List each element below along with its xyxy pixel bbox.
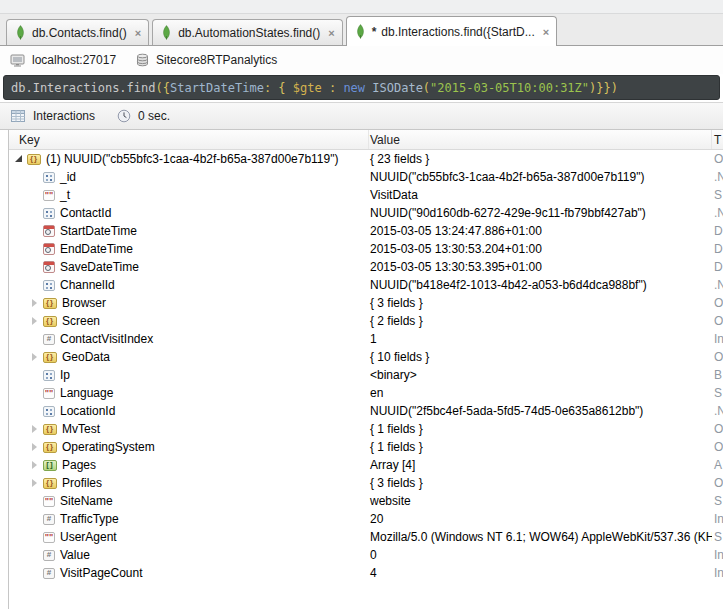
- key-cell: ChannelId: [9, 278, 369, 292]
- expand-arrow-icon[interactable]: [30, 460, 40, 470]
- value-cell: NUUID("90d160db-6272-429e-9c11-fb79bbf42…: [369, 206, 712, 220]
- tree-row[interactable]: Ip<binary>B: [9, 366, 723, 384]
- value-cell: VisitData: [369, 188, 712, 202]
- date-type-icon: [43, 225, 55, 237]
- key-label: VisitPageCount: [60, 566, 143, 580]
- key-cell: {}GeoData: [9, 350, 369, 364]
- value-cell: Array [4]: [369, 458, 712, 472]
- object-type-icon: {}: [27, 154, 41, 165]
- object-type-icon: {}: [43, 478, 57, 489]
- value-cell: NUUID("2f5bc4ef-5ada-5fd5-74d5-0e635a861…: [369, 404, 712, 418]
- tab-contacts-find[interactable]: db.Contacts.find() ×: [6, 19, 149, 45]
- document-tree: {}(1) NUUID("cb55bfc3-1caa-4b2f-b65a-387…: [9, 150, 723, 582]
- tab-bar: db.Contacts.find() × db.AutomationStates…: [0, 14, 723, 46]
- database-indicator[interactable]: Sitecore8RTPanalytics: [136, 53, 277, 67]
- column-header-type[interactable]: T: [712, 130, 723, 149]
- binary-type-icon: [43, 406, 55, 417]
- query-editor[interactable]: db.Interactions.find({StartDateTime: { $…: [3, 75, 720, 100]
- arrow-spacer: [30, 190, 40, 200]
- key-cell: _id: [9, 170, 369, 184]
- collapse-arrow-icon[interactable]: [14, 154, 24, 164]
- tree-row[interactable]: #ContactVisitIndex1In: [9, 330, 723, 348]
- key-cell: {}(1) NUUID("cb55bfc3-1caa-4b2f-b65a-387…: [9, 152, 369, 166]
- value-cell: { 10 fields }: [369, 350, 712, 364]
- query-duration: 0 sec.: [138, 109, 170, 123]
- server-indicator[interactable]: localhost:27017: [10, 53, 116, 67]
- tree-row[interactable]: #Value0In: [9, 546, 723, 564]
- tree-row[interactable]: EndDateTime2015-03-05 13:30:53.204+01:00…: [9, 240, 723, 258]
- app-window: db.Contacts.find() × db.AutomationStates…: [0, 0, 723, 609]
- int-type-icon: #: [43, 334, 55, 345]
- arrow-spacer: [30, 388, 40, 398]
- key-label: UserAgent: [60, 530, 117, 544]
- expand-arrow-icon[interactable]: [30, 442, 40, 452]
- key-label: SaveDateTime: [60, 260, 139, 274]
- tree-row[interactable]: _idNUUID("cb55bfc3-1caa-4b2f-b65a-387d00…: [9, 168, 723, 186]
- key-label: _t: [60, 188, 70, 202]
- expand-arrow-icon[interactable]: [30, 478, 40, 488]
- tree-row[interactable]: {}Screen{ 2 fields }O: [9, 312, 723, 330]
- tab-close-icon[interactable]: ×: [543, 26, 549, 38]
- binary-type-icon: [43, 370, 55, 381]
- tree-row[interactable]: {}Browser{ 3 fields }O: [9, 294, 723, 312]
- tree-row[interactable]: ""_tVisitDataS: [9, 186, 723, 204]
- column-header-value[interactable]: Value: [369, 130, 712, 149]
- tab-close-icon[interactable]: ×: [135, 27, 141, 39]
- tree-row[interactable]: {}GeoData{ 10 fields }O: [9, 348, 723, 366]
- tab-interactions-find[interactable]: * db.Interactions.find({StartD... ×: [346, 16, 558, 46]
- key-cell: []Pages: [9, 458, 369, 472]
- binary-type-icon: [43, 172, 55, 183]
- object-type-icon: {}: [43, 442, 57, 453]
- tree-row[interactable]: SaveDateTime2015-03-05 13:30:53.395+01:0…: [9, 258, 723, 276]
- collection-grid-icon: [11, 110, 25, 122]
- type-cell: S: [712, 188, 723, 202]
- query-token: new: [343, 81, 365, 95]
- expand-arrow-icon[interactable]: [30, 352, 40, 362]
- tab-automationstates-find[interactable]: db.AutomationStates.find() ×: [152, 19, 343, 45]
- tree-row[interactable]: LocationIdNUUID("2f5bc4ef-5ada-5fd5-74d5…: [9, 402, 723, 420]
- expand-arrow-icon[interactable]: [30, 298, 40, 308]
- tree-row[interactable]: StartDateTime2015-03-05 13:24:47.886+01:…: [9, 222, 723, 240]
- arrow-spacer: [30, 226, 40, 236]
- result-collection-name[interactable]: Interactions: [33, 109, 95, 123]
- value-cell: { 3 fields }: [369, 476, 712, 490]
- string-type-icon: "": [43, 190, 55, 201]
- tree-row[interactable]: ChannelIdNUUID("b418e4f2-1013-4b42-a053-…: [9, 276, 723, 294]
- tree-row[interactable]: ""UserAgentMozilla/5.0 (Windows NT 6.1; …: [9, 528, 723, 546]
- date-type-icon: [43, 243, 55, 255]
- tree-row[interactable]: {}MvTest{ 1 fields }O: [9, 420, 723, 438]
- arrow-spacer: [30, 172, 40, 182]
- tree-row[interactable]: ""LanguageenS: [9, 384, 723, 402]
- query-token: $gte: [293, 81, 322, 95]
- arrow-spacer: [30, 568, 40, 578]
- tree-row[interactable]: #VisitPageCount4In: [9, 564, 723, 582]
- key-label: TrafficType: [60, 512, 119, 526]
- tree-row[interactable]: ContactIdNUUID("90d160db-6272-429e-9c11-…: [9, 204, 723, 222]
- expand-arrow-icon[interactable]: [30, 424, 40, 434]
- arrow-spacer: [30, 514, 40, 524]
- tree-row[interactable]: {}OperatingSystem{ 1 fields }O: [9, 438, 723, 456]
- type-cell: In: [712, 512, 723, 526]
- object-type-icon: {}: [43, 298, 57, 309]
- type-cell: O: [712, 350, 723, 364]
- type-cell: O: [712, 314, 723, 328]
- key-cell: {}Browser: [9, 296, 369, 310]
- tab-close-icon[interactable]: ×: [328, 27, 334, 39]
- column-header-key[interactable]: Key: [9, 130, 369, 149]
- results-toolbar: Interactions 0 sec.: [0, 102, 723, 130]
- expand-arrow-icon[interactable]: [30, 316, 40, 326]
- tree-row[interactable]: {}Profiles{ 3 fields }O: [9, 474, 723, 492]
- connection-bar: localhost:27017 Sitecore8RTPanalytics: [0, 46, 723, 74]
- key-label: Value: [60, 548, 90, 562]
- key-label: ContactVisitIndex: [60, 332, 153, 346]
- value-cell: 2015-03-05 13:30:53.204+01:00: [369, 242, 712, 256]
- date-type-icon: [43, 261, 55, 273]
- key-label: ContactId: [60, 206, 111, 220]
- monitor-icon: [10, 54, 25, 67]
- key-cell: #Value: [9, 548, 369, 562]
- tree-row[interactable]: []PagesArray [4]A: [9, 456, 723, 474]
- tree-row[interactable]: #TrafficType20In: [9, 510, 723, 528]
- value-cell: 20: [369, 512, 712, 526]
- tree-row[interactable]: {}(1) NUUID("cb55bfc3-1caa-4b2f-b65a-387…: [9, 150, 723, 168]
- tree-row[interactable]: ""SiteNamewebsiteS: [9, 492, 723, 510]
